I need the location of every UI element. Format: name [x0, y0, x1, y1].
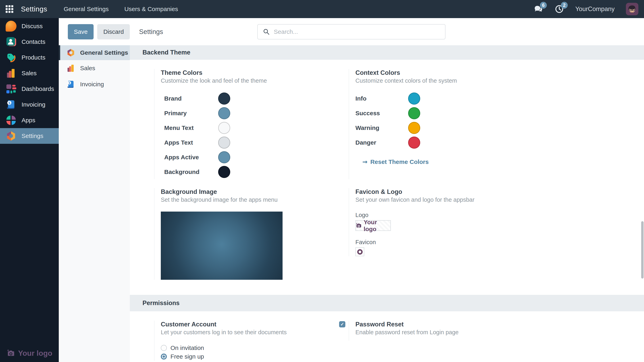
discard-button[interactable]: Discard: [97, 24, 130, 39]
general-settings-icon: [66, 48, 75, 57]
info-color-swatch[interactable]: [408, 92, 420, 105]
activities-button[interactable]: 2: [554, 4, 564, 14]
contacts-icon: [6, 36, 16, 47]
invoicing-nav-icon: $: [66, 80, 75, 89]
products-icon: [6, 52, 16, 63]
menu-text-color-swatch[interactable]: [218, 122, 230, 134]
messages-button[interactable]: 6: [534, 4, 543, 14]
password-reset-title: Password Reset: [356, 321, 459, 328]
theme-color-row-brand: Brand: [161, 91, 267, 106]
primary-color-swatch[interactable]: [218, 107, 230, 119]
background-image-preview[interactable]: [161, 212, 282, 280]
vertical-scrollbar-thumb[interactable]: [641, 221, 644, 279]
logo-field-label: Logo: [356, 211, 474, 219]
background-color-swatch[interactable]: [218, 166, 230, 178]
context-color-row-info: Info: [356, 91, 457, 106]
search-box[interactable]: [258, 24, 446, 39]
theme-colors-box: Theme Colors Customize the look and feel…: [154, 69, 267, 179]
customer-account-options: On invitation Free sign up: [161, 344, 286, 361]
nav-item-general-settings[interactable]: General Settings: [59, 45, 130, 60]
sidebar-item-invoicing[interactable]: $ Invoicing: [0, 97, 59, 112]
upload-logo-button[interactable]: Your logo: [356, 220, 391, 231]
sidebar-item-discuss[interactable]: Discuss: [0, 18, 59, 34]
nav-item-label: Invoicing: [80, 81, 104, 88]
sidebar-item-sales[interactable]: Sales: [0, 65, 59, 81]
settings-main: Backend Theme Theme Colors Customize the…: [130, 45, 644, 362]
company-name[interactable]: YourCompany: [575, 5, 614, 13]
sidebar-item-settings[interactable]: Settings: [0, 128, 59, 144]
background-image-box: Background Image Set the background imag…: [154, 188, 282, 280]
context-color-row-warning: Warning: [356, 120, 457, 135]
apps-grid-icon[interactable]: [6, 5, 13, 13]
dashboards-icon: [6, 83, 16, 94]
context-colors-subtitle: Customize context colors of the system: [356, 77, 457, 85]
arrow-right-icon: ➞: [362, 158, 368, 165]
save-button[interactable]: Save: [68, 24, 94, 39]
customer-account-subtitle: Let your customers log in to see their d…: [161, 328, 286, 336]
customer-account-box: Customer Account Let your customers log …: [154, 321, 286, 361]
danger-color-swatch[interactable]: [408, 137, 420, 149]
brand-color-swatch[interactable]: [218, 92, 230, 105]
apps-active-color-swatch[interactable]: [218, 151, 230, 163]
backend-theme-section: Theme Colors Customize the look and feel…: [130, 60, 644, 280]
radio-button[interactable]: [161, 354, 167, 360]
settings-nav: General Settings Sales: [59, 45, 130, 362]
breadcrumb: Settings: [139, 28, 163, 35]
invoicing-icon: $: [6, 99, 16, 110]
nav-item-invoicing[interactable]: $ Invoicing: [59, 76, 130, 92]
sidebar-logo-text: Your logo: [18, 349, 52, 358]
topbar: Settings General Settings Users & Compan…: [0, 0, 644, 18]
radio-free-sign-up[interactable]: Free sign up: [161, 352, 286, 361]
logo-button-text: Your logo: [364, 219, 390, 233]
sidebar-item-products[interactable]: Products: [0, 50, 59, 65]
search-input[interactable]: [274, 28, 440, 35]
section-header-backend-theme: Backend Theme: [130, 45, 644, 60]
context-colors-title: Context Colors: [356, 69, 457, 77]
reset-theme-colors-link[interactable]: ➞ Reset Theme Colors: [362, 158, 457, 165]
apps-text-color-swatch[interactable]: [218, 137, 230, 149]
menu-general-settings[interactable]: General Settings: [64, 6, 108, 12]
theme-color-row-background: Background: [161, 164, 267, 179]
radio-on-invitation[interactable]: On invitation: [161, 344, 286, 352]
permissions-section: Customer Account Let your customers log …: [130, 311, 644, 361]
background-image-subtitle: Set the background image for the apps me…: [161, 196, 282, 204]
password-reset-subtitle: Enable password reset from Login page: [356, 328, 459, 336]
favicon-logo-title: Favicon & Logo: [356, 188, 474, 196]
favicon-preview[interactable]: [356, 247, 364, 256]
section-header-permissions: Permissions: [130, 295, 644, 311]
theme-colors-title: Theme Colors: [161, 69, 267, 77]
theme-colors-subtitle: Customize the look and feel of the theme: [161, 77, 267, 85]
user-avatar[interactable]: [626, 3, 638, 15]
success-color-swatch[interactable]: [408, 107, 420, 119]
nav-item-label: Sales: [80, 65, 95, 72]
app-sidebar: Discuss Contacts Products: [0, 18, 59, 362]
settings-icon: [6, 130, 16, 141]
theme-color-row-menu-text: Menu Text: [161, 120, 267, 135]
camera-icon: [7, 349, 15, 357]
search-icon: [263, 28, 270, 35]
control-bar: Save Discard Settings: [59, 18, 644, 45]
warning-color-swatch[interactable]: [408, 122, 420, 134]
favicon-logo-subtitle: Set your own favicon and logo for the ap…: [356, 196, 474, 204]
sales-nav-icon: [66, 64, 75, 73]
theme-color-row-apps-text: Apps Text: [161, 135, 267, 150]
messages-badge: 6: [540, 2, 547, 9]
odoo-settings-window: Settings General Settings Users & Compan…: [0, 0, 644, 362]
nav-item-label: General Settings: [80, 49, 128, 56]
nav-item-sales[interactable]: Sales: [59, 60, 130, 76]
radio-button[interactable]: [161, 345, 167, 351]
password-reset-checkbox[interactable]: ✓: [339, 321, 345, 328]
password-reset-box: ✓ Password Reset Enable password reset f…: [349, 321, 459, 341]
menu-users-companies[interactable]: Users & Companies: [124, 6, 178, 12]
context-color-row-danger: Danger: [356, 135, 457, 150]
favicon-ring-icon: [357, 249, 363, 255]
context-colors-box: Context Colors Customize context colors …: [349, 69, 457, 179]
sidebar-item-apps[interactable]: Apps: [0, 112, 59, 128]
sidebar-item-contacts[interactable]: Contacts: [0, 34, 59, 50]
customer-account-title: Customer Account: [161, 321, 286, 328]
theme-color-row-primary: Primary: [161, 106, 267, 120]
sales-icon: [6, 68, 16, 79]
sidebar-item-dashboards[interactable]: Dashboards: [0, 81, 59, 97]
background-image-title: Background Image: [161, 188, 282, 196]
app-title: Settings: [21, 5, 47, 13]
